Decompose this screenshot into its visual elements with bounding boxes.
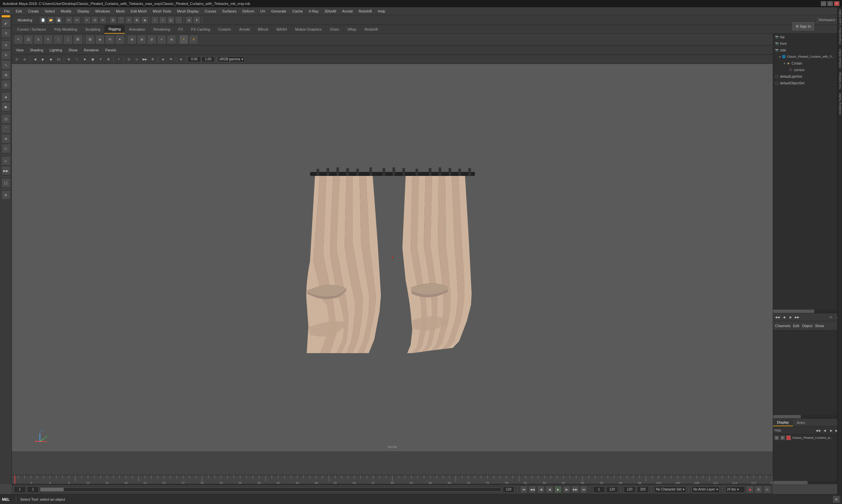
tree-item-side[interactable]: 📷 side bbox=[773, 47, 842, 53]
shelf-btn-3[interactable]: ⊙ bbox=[34, 35, 43, 44]
menu-vray[interactable]: V-Ray bbox=[306, 8, 321, 14]
vp-scale-input[interactable]: 1.00 bbox=[202, 56, 215, 62]
vert-tab-tool-settings[interactable]: Tool Settings bbox=[838, 70, 842, 91]
menu-edit[interactable]: Edit bbox=[13, 8, 25, 14]
edge-button[interactable]: ◱ bbox=[167, 16, 174, 24]
shelf-btn-11[interactable]: ✦ bbox=[115, 35, 124, 44]
layer-v-btn[interactable]: V bbox=[774, 435, 779, 440]
object-button[interactable]: ○ bbox=[151, 16, 159, 24]
end-frame-input[interactable] bbox=[503, 486, 515, 493]
vp-icon-vis[interactable]: 👁 bbox=[167, 56, 174, 63]
tab-mash[interactable]: MASH bbox=[272, 25, 291, 34]
tab-fx-caching[interactable]: FX Caching bbox=[187, 25, 214, 34]
cb-icon-3[interactable]: ▶ bbox=[788, 314, 793, 320]
tab-bifrost[interactable]: Bifrost bbox=[254, 25, 272, 34]
range-end-input[interactable] bbox=[637, 486, 649, 493]
vp-icon-options[interactable]: ⚙ bbox=[149, 56, 156, 63]
tab-fx[interactable]: FX bbox=[174, 25, 187, 34]
layer-tab-display[interactable]: Display bbox=[773, 419, 793, 426]
fps-dropdown[interactable]: 24 fps ▾ bbox=[725, 486, 745, 493]
show-hide-button[interactable]: ◈ bbox=[1, 92, 11, 102]
tree-item-cornice[interactable]: ⬡ cornice bbox=[773, 67, 842, 73]
select-mode-button[interactable]: ↖ bbox=[83, 16, 91, 24]
menu-windows[interactable]: Windows bbox=[93, 8, 113, 14]
tool-options-button[interactable]: ⚙ bbox=[1, 191, 11, 200]
current-frame-input[interactable] bbox=[14, 486, 26, 493]
vp-icon-wireframe[interactable]: □ bbox=[73, 56, 81, 63]
viewport-menu-show[interactable]: Show bbox=[66, 48, 81, 53]
tab-motion-graphics[interactable]: Motion Graphics bbox=[291, 25, 326, 34]
menu-meshdisplay[interactable]: Mesh Display bbox=[174, 8, 202, 14]
tab-rigging[interactable]: Rigging bbox=[105, 25, 125, 34]
timeline[interactable]: 3691215182124273033363942454851545760636… bbox=[12, 475, 773, 484]
vp-icon-aa[interactable]: ⊛ bbox=[177, 56, 185, 63]
menu-arnold[interactable]: Arnold bbox=[339, 8, 355, 14]
viewport-3d[interactable]: persp Y X Z bbox=[12, 64, 773, 451]
vp-icon-render-region[interactable]: ⊡ bbox=[125, 56, 133, 63]
tree-item-top[interactable]: 📷 top bbox=[773, 34, 842, 40]
layer-tab-anim[interactable]: Anim bbox=[793, 419, 809, 426]
face-button[interactable]: □ bbox=[159, 16, 167, 24]
snap-grid-button[interactable]: ⊡ bbox=[109, 16, 117, 24]
tree-item-default-light-set[interactable]: ◯ defaultLightSet bbox=[773, 73, 842, 80]
vp-icon-cam[interactable]: ⊙ bbox=[13, 56, 20, 63]
menu-cache[interactable]: Cache bbox=[290, 8, 305, 14]
minimize-button[interactable]: — bbox=[821, 1, 826, 6]
menu-file[interactable]: File bbox=[1, 8, 13, 14]
shelf-btn-13[interactable]: ⊗ bbox=[137, 35, 147, 44]
vert-tab-channel-box[interactable]: Channel Box / Layer Editor bbox=[838, 7, 842, 47]
tab-custom[interactable]: Custom bbox=[214, 25, 235, 34]
shelf-btn-12[interactable]: ⊕ bbox=[127, 35, 137, 44]
prev-frame-button[interactable]: ◀ bbox=[537, 486, 545, 493]
outliner-tree[interactable]: 📷 persp 📷 top 📷 front 📷 side ▾ 🌐 Classic… bbox=[773, 26, 842, 310]
vp-icon-prev-frame[interactable]: ◀ bbox=[31, 56, 39, 63]
shelf-btn-1[interactable]: ↖ bbox=[14, 35, 23, 44]
tree-item-classic-pleated[interactable]: ▾ 🌐 Classic_Pleated_Curtains_with_Ti... bbox=[773, 53, 842, 60]
menu-display[interactable]: Display bbox=[75, 8, 92, 14]
vp-icon-persp[interactable]: ◎ bbox=[21, 56, 28, 63]
shelf-btn-10[interactable]: ⟲ bbox=[105, 35, 115, 44]
layer-item-1[interactable]: V P Classic_Pleated_Curtains_w... bbox=[773, 434, 842, 441]
vp-icon-grid[interactable]: ⊞ bbox=[65, 56, 72, 63]
tab-curves-surfaces[interactable]: Curves / Surfaces bbox=[13, 25, 50, 34]
anim-prefs-button[interactable]: ≡ bbox=[763, 486, 771, 493]
vp-icon-select-mask[interactable]: ⌖ bbox=[115, 56, 122, 63]
tree-item-front[interactable]: 📷 front bbox=[773, 40, 842, 47]
shelf-btn-5[interactable]: ↕ bbox=[53, 35, 63, 44]
universal-tool-button[interactable]: ⊞ bbox=[1, 70, 11, 79]
cb-icon-2[interactable]: ◀ bbox=[781, 314, 787, 320]
cbh-channels[interactable]: Channels bbox=[775, 324, 790, 328]
file-open-button[interactable]: 📂 bbox=[47, 16, 54, 24]
tab-sculpting[interactable]: Sculpting bbox=[82, 25, 105, 34]
cbh-object[interactable]: Object bbox=[802, 324, 812, 328]
cb-icon-1[interactable]: ◀◀ bbox=[774, 314, 780, 320]
layer-scrollbar[interactable] bbox=[773, 481, 842, 484]
step-back-button[interactable]: ◀◀ bbox=[529, 486, 536, 493]
cbh-show[interactable]: Show bbox=[815, 324, 824, 328]
menu-select[interactable]: Select bbox=[42, 8, 58, 14]
vp-time-input[interactable]: 0.00 bbox=[188, 56, 201, 62]
viewport-menu-panels[interactable]: Panels bbox=[103, 48, 119, 53]
shelf-cross-btn[interactable]: ✕ bbox=[189, 35, 198, 44]
soft-mod-tool[interactable]: ◎ bbox=[1, 80, 11, 89]
cbh-edit[interactable]: Edit bbox=[793, 324, 799, 328]
vp-icon-light[interactable]: ☀ bbox=[97, 56, 104, 63]
play-back-button[interactable]: ◀ bbox=[546, 486, 553, 493]
vp-icon-display-filter[interactable]: ◈ bbox=[159, 56, 167, 63]
character-set-dropdown[interactable]: No Character Set ▾ bbox=[654, 486, 686, 493]
snap-to-grid[interactable]: ⊡ bbox=[1, 114, 11, 124]
tab-poly-modeling[interactable]: Poly Modeling bbox=[50, 25, 81, 34]
lasso-tool-button[interactable]: ⊙ bbox=[1, 28, 11, 38]
shelf-btn-15[interactable]: ⌖ bbox=[157, 35, 166, 44]
shelf-btn-9[interactable]: ◈ bbox=[95, 35, 105, 44]
layer-prev-btn[interactable]: ◀ bbox=[822, 428, 827, 433]
layer-back-btn[interactable]: ◀◀ bbox=[815, 428, 821, 433]
status-icon-btn[interactable]: ⊞ bbox=[833, 496, 840, 503]
auto-key-button[interactable]: ◆ bbox=[746, 486, 754, 493]
viewport-menu-renderer[interactable]: Renderer bbox=[81, 48, 102, 53]
cb-icon-edit[interactable]: ✏ bbox=[828, 314, 834, 320]
lasso-mode-button[interactable]: ⊙ bbox=[91, 16, 99, 24]
menu-modify[interactable]: Modify bbox=[58, 8, 74, 14]
anim-start-input[interactable] bbox=[593, 486, 605, 493]
paint-mode-button[interactable]: ✏ bbox=[99, 16, 106, 24]
